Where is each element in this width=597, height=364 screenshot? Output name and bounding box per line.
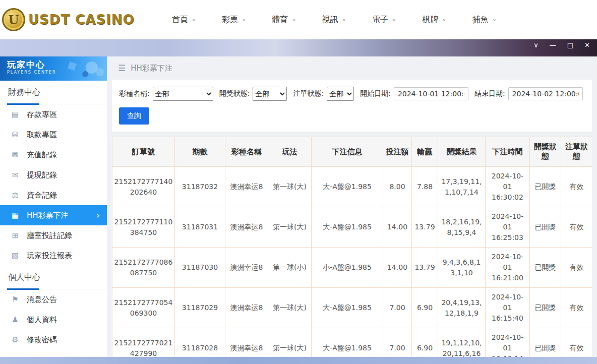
sidebar-item-label: 資金記錄 bbox=[27, 191, 57, 200]
draw-status-select[interactable]: 全部 bbox=[253, 87, 287, 101]
sidebar-item-change-password[interactable]: ⚙修改密碼 bbox=[0, 330, 107, 350]
section-title-personal-center: 個人中心 bbox=[0, 267, 107, 289]
table-cell: 13.79 bbox=[412, 248, 438, 288]
table-cell: 澳洲幸运8 bbox=[225, 207, 268, 248]
sidebar-item-label: 提現記錄 bbox=[27, 170, 57, 180]
table-cell: 2152172777021427990 bbox=[112, 328, 175, 357]
column-header-6: 投注額 bbox=[383, 137, 412, 167]
deposit-icon: ▤ bbox=[10, 110, 20, 119]
column-header-1: 訂單號 bbox=[112, 137, 175, 167]
search-button[interactable]: 查詢 bbox=[119, 107, 149, 125]
order-status-label: 注單狀態: bbox=[293, 89, 324, 98]
order-status-select[interactable]: 全部 bbox=[327, 87, 354, 101]
chevron-down-icon: ∨ bbox=[192, 18, 196, 22]
nav-item-sports[interactable]: 體育∨ bbox=[259, 0, 309, 39]
window-collapse-icon[interactable]: ∨ bbox=[533, 42, 539, 48]
sidebar-item-player-bet-report[interactable]: ▧玩家投注報表 bbox=[0, 246, 107, 266]
table-cell: 大-A盤@1.985 bbox=[312, 328, 383, 357]
window-title-bar: ∨ — □ ✕ bbox=[0, 39, 597, 56]
window-controls: ∨ — □ ✕ bbox=[533, 42, 590, 48]
nav-item-fishing[interactable]: 捕魚∨ bbox=[459, 0, 509, 39]
table-cell: 31187028 bbox=[175, 328, 225, 357]
nav-item-label: 捕魚 bbox=[472, 15, 489, 25]
window-minimize-icon[interactable]: — bbox=[550, 42, 556, 48]
nav-item-lottery[interactable]: 彩票∨ bbox=[209, 0, 259, 39]
table-cell: 已開獎 bbox=[530, 328, 561, 357]
table-cell: 31187030 bbox=[175, 248, 225, 288]
column-header-7: 輸贏 bbox=[412, 137, 438, 167]
table-header-row: 訂單號期數彩種名稱玩法下注信息投注額輸贏開獎結果下注時間開獎狀態注單狀態 bbox=[112, 137, 592, 167]
start-date-input[interactable] bbox=[394, 87, 468, 100]
nav-item-label: 電子 bbox=[372, 15, 388, 25]
table-cell: 20,4,19,13,12,18,1,9 bbox=[438, 288, 486, 328]
sidebar-item-label: 個人資料 bbox=[27, 315, 57, 325]
column-header-2: 期數 bbox=[175, 137, 225, 167]
table-cell: 第一球(小) bbox=[268, 248, 312, 288]
coin-letter: U bbox=[9, 13, 19, 27]
sidebar-item-room-bet-records[interactable]: ⊞廳室投註記錄 bbox=[0, 225, 107, 246]
table-cell: 2152172777110384750 bbox=[112, 207, 175, 248]
nav-item-chess[interactable]: 棋牌∨ bbox=[409, 0, 459, 39]
report-icon: ▧ bbox=[10, 251, 20, 260]
recharge-icon: ⛃ bbox=[10, 150, 20, 159]
sidebar-item-announcements[interactable]: ⚑消息公告 bbox=[0, 289, 107, 310]
nav-item-video[interactable]: 視訊∨ bbox=[309, 0, 359, 39]
sidebar-item-hh-lottery-bets[interactable]: ▦HH彩票下注› bbox=[0, 205, 107, 225]
sidebar-item-label: 充值記錄 bbox=[27, 150, 57, 160]
sidebar-item-withdraw-area[interactable]: ⛁取款專區 bbox=[0, 125, 107, 145]
table-cell: 7.00 bbox=[383, 328, 412, 357]
table-cell: 小-A盤@1.985 bbox=[312, 248, 383, 288]
table-cell: 9,4,3,6,8,13,1,10 bbox=[438, 248, 486, 288]
table-cell: 有效 bbox=[561, 207, 592, 248]
coin-logo-icon: U bbox=[2, 8, 25, 31]
brand-logo[interactable]: U USDT CASINO bbox=[2, 8, 135, 31]
table-cell: 31187029 bbox=[175, 288, 225, 328]
table-cell: 有效 bbox=[561, 288, 592, 328]
table-cell: 已開獎 bbox=[530, 248, 561, 288]
table-row: 215217277702142799031187028澳洲幸运8第一球(大)大-… bbox=[112, 328, 592, 357]
table-cell: 18,2,16,19,8,15,9,4 bbox=[438, 207, 486, 248]
sidebar-item-label: 修改密碼 bbox=[27, 335, 57, 345]
casino-chips-graphic bbox=[86, 62, 98, 74]
lottery-name-label: 彩種名稱: bbox=[119, 89, 150, 98]
table-cell: 17,3,19,11,1,10,7,14 bbox=[438, 167, 486, 207]
sidebar-item-deposit-area[interactable]: ▤存款專區 bbox=[0, 104, 107, 125]
main-nav: 首頁∨彩票∨體育∨視訊∨電子∨棋牌∨捕魚∨ bbox=[159, 0, 509, 39]
nav-item-home[interactable]: 首頁∨ bbox=[159, 0, 209, 39]
column-header-8: 開獎結果 bbox=[438, 137, 486, 167]
sidebar-item-funds-records[interactable]: ⚖資金記錄 bbox=[0, 185, 107, 205]
breadcrumb: ☰ HH彩票下注 bbox=[112, 56, 592, 80]
window-maximize-icon[interactable]: □ bbox=[567, 42, 573, 48]
draw-status-label: 開獎狀態: bbox=[219, 89, 250, 98]
chevron-down-icon: ∨ bbox=[242, 18, 246, 22]
gear-icon: ⚙ bbox=[10, 335, 20, 344]
start-date-filter: 開始日期: bbox=[360, 87, 468, 100]
table-cell: 13.79 bbox=[412, 207, 438, 248]
end-date-filter: 結束日期: bbox=[474, 87, 583, 100]
table-cell: 6.90 bbox=[412, 288, 438, 328]
bottom-bar bbox=[0, 357, 597, 364]
menu-toggle-icon[interactable]: ☰ bbox=[118, 63, 126, 73]
window-close-icon[interactable]: ✕ bbox=[584, 42, 590, 48]
sidebar-item-recharge-records[interactable]: ⛃充值記錄 bbox=[0, 145, 107, 165]
nav-item-electronic[interactable]: 電子∨ bbox=[359, 0, 409, 39]
banknote-icon: ✉ bbox=[10, 170, 20, 179]
table-cell: 31187031 bbox=[175, 207, 225, 248]
table-cell: 2024-10-01 16:15:40 bbox=[486, 288, 530, 328]
table-cell: 有效 bbox=[561, 248, 592, 288]
sidebar-item-profile[interactable]: ♟個人資料 bbox=[0, 310, 107, 330]
lottery-name-select[interactable]: 全部 bbox=[153, 87, 213, 101]
top-header: U USDT CASINO 首頁∨彩票∨體育∨視訊∨電子∨棋牌∨捕魚∨ bbox=[0, 0, 597, 39]
end-date-input[interactable] bbox=[508, 87, 583, 100]
table-cell: 2024-10-01 16:21:00 bbox=[486, 248, 530, 288]
section-title-finance-center: 財務中心 bbox=[0, 82, 107, 104]
table-cell: 6.90 bbox=[412, 328, 438, 357]
sidebar-menu: 財務中心▤存款專區⛁取款專區⛃充值記錄✉提現記錄⚖資金記錄▦HH彩票下注›⊞廳室… bbox=[0, 81, 107, 350]
sidebar-item-withdrawal-records[interactable]: ✉提現記錄 bbox=[0, 165, 107, 185]
nav-item-label: 體育 bbox=[272, 15, 288, 25]
table-cell: 19,1,12,10,20,11,6,16 bbox=[438, 328, 486, 357]
table-cell: 澳洲幸运8 bbox=[225, 248, 268, 288]
table-cell: 第一球(大) bbox=[268, 207, 312, 248]
coins-icon: ⛁ bbox=[10, 130, 20, 139]
draw-status-filter: 開獎狀態: 全部 bbox=[219, 87, 287, 101]
